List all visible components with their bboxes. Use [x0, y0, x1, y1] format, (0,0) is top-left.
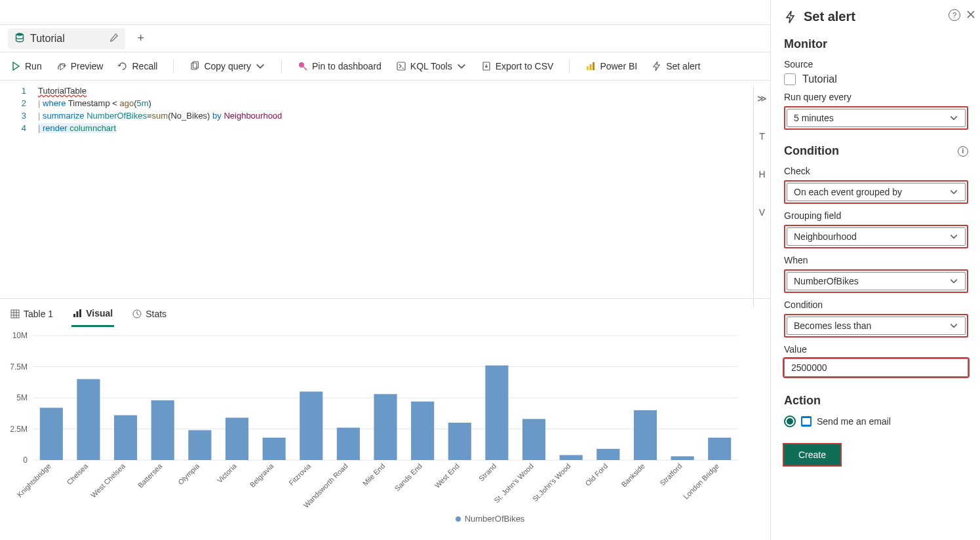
svg-rect-53: [560, 455, 583, 460]
recall-button[interactable]: Recall: [115, 60, 160, 73]
when-label: When: [784, 255, 968, 265]
svg-text:0: 0: [23, 455, 28, 465]
export-label: Export to CSV: [496, 61, 554, 71]
check-value: On each event grouped by: [794, 187, 902, 197]
export-icon: [481, 61, 492, 71]
tray-h: H: [758, 169, 765, 180]
action-section: Action: [784, 394, 968, 408]
svg-rect-41: [337, 428, 360, 460]
alert-label: Set alert: [666, 61, 700, 71]
email-label: Send me an email: [817, 416, 891, 427]
tab-stats[interactable]: Stats: [131, 302, 168, 326]
svg-rect-47: [448, 423, 471, 460]
preview-button[interactable]: Preview: [54, 60, 106, 73]
group-value: Neighbourhood: [794, 231, 857, 242]
svg-point-3: [299, 62, 304, 68]
bolt-icon: [784, 10, 797, 24]
value-label: Value: [784, 344, 968, 355]
copy-icon: [189, 61, 200, 71]
pin-button[interactable]: Pin to dashboard: [295, 60, 384, 73]
pencil-icon[interactable]: [109, 33, 119, 45]
when-value: NumberOfBikes: [794, 276, 859, 286]
svg-text:West End: West End: [433, 462, 461, 490]
copy-query-button[interactable]: Copy query: [187, 60, 268, 73]
svg-text:West Chelsea: West Chelsea: [89, 461, 127, 499]
run-value: 5 minutes: [794, 113, 834, 123]
group-label: Grouping field: [784, 210, 968, 221]
preview-label: Preview: [71, 61, 104, 71]
check-select[interactable]: On each event grouped by: [784, 180, 968, 204]
monitor-section: Monitor: [784, 37, 968, 51]
svg-text:Strand: Strand: [477, 462, 498, 482]
when-select[interactable]: NumberOfBikes: [784, 269, 968, 293]
set-alert-toolbar-button[interactable]: Set alert: [649, 60, 703, 73]
run-label: Run: [25, 61, 42, 71]
info-icon[interactable]: ?: [949, 9, 960, 21]
tab-table-label: Table 1: [24, 309, 53, 319]
run-button[interactable]: Run: [8, 60, 45, 73]
chevron-down-icon: [255, 61, 265, 71]
condition-select[interactable]: Becomes less than: [784, 314, 968, 338]
new-tab-button[interactable]: +: [132, 29, 150, 48]
svg-rect-8: [593, 62, 595, 70]
power-bi-button[interactable]: Power BI: [583, 60, 640, 73]
svg-rect-43: [374, 394, 397, 460]
svg-rect-29: [114, 415, 137, 460]
svg-rect-35: [225, 417, 248, 460]
grouping-select[interactable]: Neighbourhood: [784, 225, 968, 248]
export-csv-button[interactable]: Export to CSV: [479, 60, 557, 73]
line-gutter: 1234: [0, 81, 33, 298]
pin-label: Pin to dashboard: [312, 61, 382, 71]
cond-label: Condition: [784, 299, 968, 310]
tray-expand-icon[interactable]: ≫: [757, 93, 767, 104]
mail-icon: [801, 416, 812, 427]
chevron-down-icon: [949, 321, 958, 330]
table-icon: [10, 309, 20, 318]
kql-icon: [396, 61, 406, 71]
svg-point-0: [16, 33, 24, 35]
recall-icon: [117, 61, 128, 71]
svg-rect-61: [708, 438, 731, 460]
svg-text:Fitzrovia: Fitzrovia: [287, 461, 312, 486]
value-input[interactable]: 2500000: [784, 358, 968, 377]
side-tray: ≫ T H V: [753, 85, 770, 308]
svg-rect-6: [587, 66, 589, 70]
run-label: Run query every: [784, 92, 968, 102]
copy-label: Copy query: [204, 61, 251, 71]
svg-text:St.John's Wood: St.John's Wood: [531, 462, 572, 503]
svg-text:5M: 5M: [16, 393, 28, 402]
tab-label: Tutorial: [30, 33, 65, 45]
svg-text:Victoria: Victoria: [216, 461, 239, 484]
email-radio[interactable]: Send me an email: [784, 415, 968, 427]
svg-text:Sands End: Sands End: [393, 462, 423, 493]
kql-label: KQL Tools: [410, 61, 452, 71]
svg-rect-25: [40, 408, 63, 460]
value-text: 2500000: [791, 362, 827, 373]
svg-rect-9: [11, 310, 19, 318]
source-icon: [784, 73, 796, 85]
radio-checked-icon: [784, 415, 796, 427]
create-button[interactable]: Create: [784, 444, 840, 465]
svg-rect-51: [522, 419, 545, 460]
run-interval-select[interactable]: 5 minutes: [784, 106, 968, 130]
tray-t: T: [759, 131, 765, 142]
svg-text:7.5M: 7.5M: [10, 362, 28, 372]
powerbi-label: Power BI: [600, 61, 637, 71]
info-icon[interactable]: i: [958, 146, 968, 157]
panel-title: Set alert: [784, 9, 968, 24]
svg-rect-31: [151, 400, 174, 460]
tab-tutorial[interactable]: Tutorial: [8, 28, 125, 49]
kql-tools-button[interactable]: KQL Tools: [393, 60, 469, 73]
tab-table[interactable]: Table 1: [9, 302, 54, 326]
bolt-icon: [652, 61, 662, 71]
tab-visual[interactable]: Visual: [71, 301, 114, 327]
svg-text:2.5M: 2.5M: [10, 425, 28, 434]
svg-text:Chelsea: Chelsea: [65, 461, 90, 486]
cond-value: Becomes less than: [794, 320, 871, 331]
svg-rect-33: [188, 430, 211, 460]
svg-text:St. John's Wood: St. John's Wood: [492, 462, 535, 505]
play-icon: [10, 61, 21, 71]
svg-text:Olympia: Olympia: [176, 461, 201, 486]
set-alert-panel: ? Set alert Monitor Source Tutorial Run …: [770, 0, 980, 540]
close-icon[interactable]: [966, 9, 976, 20]
